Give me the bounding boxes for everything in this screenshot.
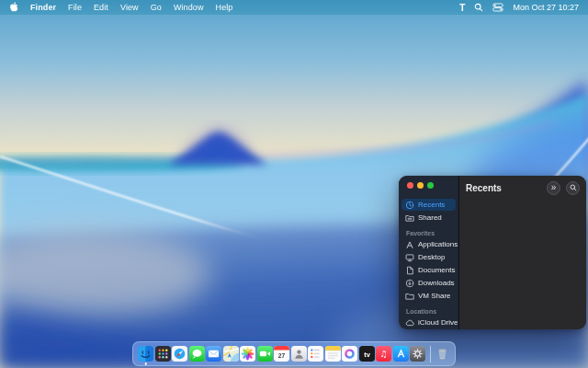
dock-freeform-icon[interactable] [342,346,357,362]
menu-go[interactable]: Go [151,3,162,12]
sidebar-item-recents[interactable]: Recents [401,199,456,211]
menu-bar: FinderFileEditViewGoWindowHelp T Mon Oct… [0,0,588,15]
t-app-icon[interactable]: T [459,3,465,13]
macos-desktop: FinderFileEditViewGoWindowHelp T Mon Oct… [0,0,588,368]
sidebar-item-applications[interactable]: Applications [401,238,456,250]
sidebar-item-documents[interactable]: Documents [401,264,456,276]
search-icon[interactable] [474,3,483,12]
dock-divider [430,346,431,362]
menu-window[interactable]: Window [174,3,204,12]
menu-help[interactable]: Help [216,3,233,12]
sidebar-item-downloads[interactable]: Downloads [401,277,456,289]
applications-icon [405,240,414,249]
dock-maps-icon[interactable] [223,346,239,362]
dock-launchpad-icon[interactable] [155,346,171,362]
sidebar-item-label: VM Share [418,292,451,300]
sidebar-item-icloud-drive[interactable]: iCloud Drive [401,316,456,328]
dock-safari-icon[interactable] [172,346,187,362]
finder-main-area: Recents » [459,176,586,329]
dock-messages-icon[interactable] [189,346,205,362]
finder-window: RecentsSharedFavoritesApplicationsDeskto… [399,176,586,329]
dock-finder-icon[interactable] [138,346,153,362]
dock: 27tv♫ [132,341,456,366]
downloads-icon [405,279,414,288]
sidebar-item-vm-share[interactable]: VM Share [401,290,456,302]
window-title: Recents [466,183,502,193]
dock-system-settings-icon[interactable] [410,346,425,362]
menu-view[interactable]: View [120,3,139,12]
search-button[interactable] [566,181,580,195]
finder-content-area [459,200,586,329]
desktop-icon [405,253,414,262]
dock-trash-icon[interactable] [435,346,450,362]
svg-text:27: 27 [278,352,286,359]
svg-text:tv: tv [364,351,371,359]
dock-photos-icon[interactable] [240,346,255,362]
dock-mail-icon[interactable] [206,346,221,362]
close-button[interactable] [407,182,413,189]
sidebar-item-label: Downloads [418,279,455,287]
sidebar-item-label: Recents [418,201,445,209]
sidebar-item-label: Applications [418,240,458,248]
minimize-button[interactable] [417,182,424,189]
show-more-button[interactable]: » [547,181,560,195]
sidebar-section-favorites: Favorites [406,230,451,236]
control-center-icon[interactable] [492,3,503,12]
dock-notes-icon[interactable] [325,346,341,362]
zoom-button[interactable] [427,182,434,189]
window-titlebar: Recents » [459,176,586,200]
sidebar-item-label: iCloud Drive [418,318,458,327]
folder-icon [405,292,414,301]
menu-file[interactable]: File [68,3,82,12]
sidebar-item-shared[interactable]: Shared [401,212,456,224]
dock-music-icon[interactable]: ♫ [376,346,391,362]
dock-contacts-icon[interactable] [291,346,307,362]
sidebar-item-label: Desktop [418,253,445,261]
dock-reminders-icon[interactable] [308,346,323,362]
sidebar-item-desktop[interactable]: Desktop [401,251,456,263]
menu-finder[interactable]: Finder [30,3,56,12]
window-controls [407,182,434,189]
cloud-icon [405,318,414,328]
dock-tv-icon[interactable]: tv [359,346,375,362]
finder-sidebar: RecentsSharedFavoritesApplicationsDeskto… [399,176,459,329]
dock-facetime-icon[interactable] [257,346,273,362]
shared-folder-icon [405,213,414,223]
document-icon [405,266,414,275]
menu-bar-clock[interactable]: Mon Oct 27 10:27 [513,3,579,12]
menu-edit[interactable]: Edit [94,3,108,12]
clock-icon [405,201,414,210]
dock-app-store-icon[interactable] [393,346,409,362]
sidebar-section-locations: Locations [406,308,451,315]
dock-calendar-icon[interactable]: 27 [274,346,289,362]
sidebar-item-label: Documents [418,266,455,274]
apple-menu-icon[interactable] [9,2,18,13]
svg-text:♫: ♫ [379,349,387,359]
running-indicator [144,362,147,365]
sidebar-item-label: Shared [418,213,442,222]
